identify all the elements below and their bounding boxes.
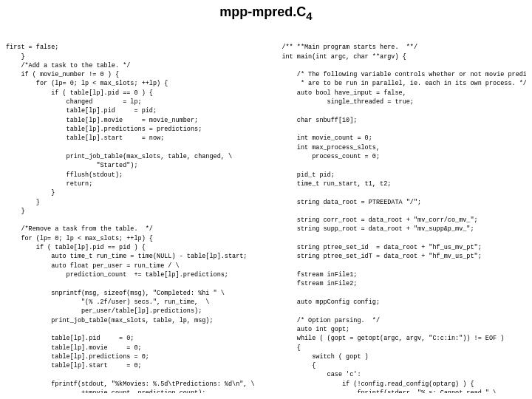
left-code-column: first = false; } /*Add a task to the tab…: [6, 25, 276, 393]
code-area: first = false; } /*Add a task to the tab…: [0, 25, 532, 399]
left-code-block: first = false; } /*Add a task to the tab…: [6, 43, 276, 393]
right-code-column: /** **Main program starts here. **/ int …: [282, 25, 526, 393]
title-text: mpp-mpred.C: [219, 4, 306, 19]
right-code-block: /** **Main program starts here. **/ int …: [282, 43, 526, 393]
page-container: mpp-mpred.C4 first = false; } /*Add a ta…: [0, 0, 532, 399]
page-title: mpp-mpred.C4: [0, 0, 532, 25]
title-sub: 4: [306, 10, 312, 22]
